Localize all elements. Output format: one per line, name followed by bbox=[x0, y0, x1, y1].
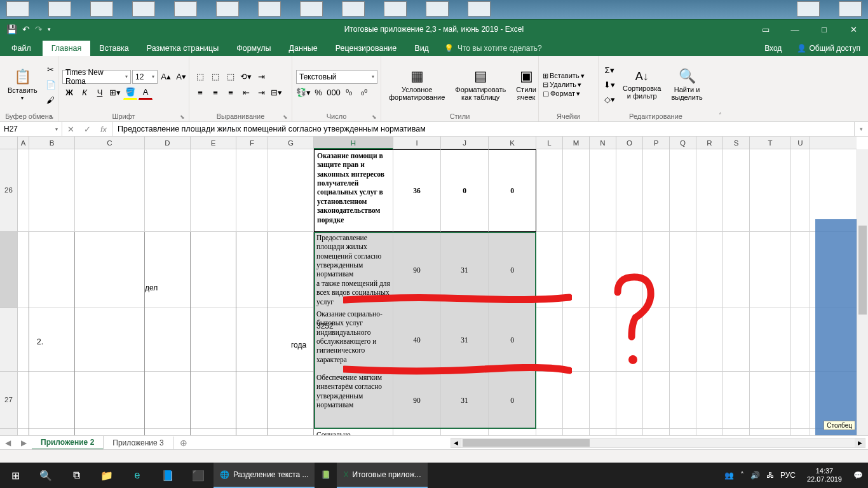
sheet-tab-2[interactable]: Приложение 3 bbox=[104, 437, 173, 449]
tray-chevron-icon[interactable]: ˄ bbox=[740, 471, 744, 480]
tab-file[interactable]: Файл bbox=[0, 41, 43, 56]
ribbon-display-options-icon[interactable]: ▭ bbox=[751, 20, 780, 39]
clock[interactable]: 14:3722.07.2019 bbox=[802, 467, 847, 484]
cell[interactable] bbox=[563, 149, 590, 232]
cell[interactable] bbox=[750, 372, 791, 429]
cell[interactable] bbox=[723, 372, 750, 429]
dialog-launcher-icon[interactable]: ⬊ bbox=[372, 114, 377, 120]
cell[interactable] bbox=[723, 232, 750, 308]
close-button[interactable]: ✕ bbox=[839, 20, 868, 39]
cell[interactable] bbox=[670, 429, 696, 435]
column-header[interactable]: I bbox=[393, 137, 441, 149]
cell[interactable] bbox=[696, 308, 723, 372]
cell[interactable]: 0 bbox=[441, 149, 489, 232]
column-header[interactable]: S bbox=[723, 137, 750, 149]
column-header[interactable]: Q bbox=[670, 137, 696, 149]
percent-button[interactable]: % bbox=[311, 86, 325, 100]
sign-in[interactable]: Вход bbox=[757, 41, 789, 56]
cell[interactable] bbox=[236, 232, 268, 308]
cell[interactable] bbox=[563, 308, 590, 372]
cell[interactable] bbox=[191, 429, 236, 435]
task-view-icon[interactable]: ⧉ bbox=[61, 463, 92, 488]
dialog-launcher-icon[interactable]: ⬊ bbox=[283, 114, 288, 120]
column-header[interactable]: T bbox=[750, 137, 791, 149]
align-bottom-icon[interactable]: ⬚ bbox=[224, 70, 238, 84]
taskbar-app-chrome[interactable]: 🌐Разделение текста ... bbox=[214, 463, 315, 488]
delete-cells-button[interactable]: ⊟ Удалить ▾ bbox=[543, 81, 585, 89]
cell[interactable] bbox=[563, 429, 590, 435]
cell[interactable] bbox=[670, 372, 696, 429]
cell[interactable] bbox=[563, 232, 590, 308]
underline-button[interactable]: Ч bbox=[93, 86, 107, 100]
cell[interactable] bbox=[696, 232, 723, 308]
column-header[interactable]: N bbox=[590, 137, 616, 149]
cell[interactable] bbox=[750, 429, 791, 435]
column-header[interactable]: U bbox=[791, 137, 810, 149]
decrease-font-icon[interactable]: A▾ bbox=[174, 70, 188, 84]
tab-data[interactable]: Данные bbox=[280, 41, 327, 56]
font-color-button[interactable]: A bbox=[139, 86, 153, 100]
app-icon[interactable]: ⬛ bbox=[183, 463, 214, 488]
cell[interactable] bbox=[643, 372, 670, 429]
autosum-button[interactable]: Σ▾ bbox=[602, 63, 616, 77]
column-header[interactable]: M bbox=[563, 137, 590, 149]
cell[interactable] bbox=[643, 429, 670, 435]
align-right-icon[interactable]: ≡ bbox=[224, 86, 238, 100]
cell[interactable]: 40 bbox=[393, 308, 441, 372]
cell[interactable] bbox=[791, 372, 810, 429]
row-header[interactable]: 26 bbox=[0, 149, 17, 232]
cell[interactable] bbox=[18, 232, 29, 308]
cell[interactable]: Обеспечение мягким инвентарём согласно у… bbox=[314, 372, 393, 429]
column-header[interactable]: F bbox=[236, 137, 268, 149]
copy-button[interactable]: 📄 bbox=[44, 78, 58, 92]
comma-button[interactable]: 000 bbox=[327, 86, 341, 100]
taskbar-app[interactable]: 📗 bbox=[315, 463, 337, 488]
cell[interactable] bbox=[236, 308, 268, 372]
column-header[interactable]: B bbox=[29, 137, 75, 149]
taskbar-app-excel[interactable]: XИтоговые прилож... bbox=[337, 463, 427, 488]
tab-home[interactable]: Главная bbox=[43, 41, 91, 56]
expand-formula-bar-icon[interactable]: ▾ bbox=[854, 122, 868, 136]
save-icon[interactable]: 💾 bbox=[6, 24, 17, 34]
cell[interactable] bbox=[670, 232, 696, 308]
cell[interactable]: Оказание помощи в защите прав и законных… bbox=[314, 149, 393, 232]
cell[interactable]: 90 bbox=[393, 372, 441, 429]
row-headers[interactable]: 2627 bbox=[0, 149, 18, 435]
column-headers[interactable]: ABCDEFGHIJKLMNOPQRSTU bbox=[18, 137, 857, 149]
format-cells-button[interactable]: ▢ Формат ▾ bbox=[543, 90, 585, 98]
tab-formulas[interactable]: Формулы bbox=[227, 41, 280, 56]
row-header[interactable]: 27 bbox=[0, 372, 17, 429]
cell[interactable] bbox=[18, 372, 29, 429]
cell[interactable] bbox=[750, 308, 791, 372]
font-name-combo[interactable]: Times New Roma▾ bbox=[62, 70, 131, 84]
cell[interactable] bbox=[590, 149, 616, 232]
column-header[interactable]: G bbox=[268, 137, 314, 149]
cell[interactable] bbox=[590, 372, 616, 429]
tab-page-layout[interactable]: Разметка страницы bbox=[138, 41, 227, 56]
cell[interactable] bbox=[75, 372, 145, 429]
cell[interactable] bbox=[268, 429, 314, 435]
search-icon[interactable]: 🔍 bbox=[31, 463, 61, 488]
align-top-icon[interactable]: ⬚ bbox=[193, 70, 207, 84]
format-as-table-button[interactable]: ▤Форматировать как таблицу bbox=[451, 67, 510, 102]
collapse-ribbon-icon[interactable]: ˄ bbox=[713, 56, 727, 122]
tell-me[interactable]: 💡Что вы хотите сделать? bbox=[438, 41, 548, 56]
cell[interactable] bbox=[18, 149, 29, 232]
new-sheet-button[interactable]: ⊕ bbox=[173, 438, 194, 448]
italic-button[interactable]: К bbox=[78, 86, 92, 100]
tab-insert[interactable]: Вставка bbox=[90, 41, 137, 56]
cell[interactable] bbox=[29, 429, 75, 435]
cell[interactable] bbox=[236, 372, 268, 429]
merge-center-button[interactable]: ⊟▾ bbox=[269, 86, 283, 100]
volume-icon[interactable]: 🔊 bbox=[750, 471, 760, 480]
cell[interactable] bbox=[696, 372, 723, 429]
share-button[interactable]: 👤Общий доступ bbox=[789, 41, 868, 56]
cell[interactable] bbox=[29, 308, 75, 372]
maximize-button[interactable]: □ bbox=[810, 20, 839, 39]
cell[interactable]: 0 bbox=[489, 308, 536, 372]
row-header[interactable] bbox=[0, 308, 17, 372]
cell[interactable] bbox=[191, 308, 236, 372]
cell[interactable] bbox=[393, 429, 441, 435]
worksheet-grid[interactable]: ABCDEFGHIJKLMNOPQRSTU 2627 Оказание помо… bbox=[0, 137, 868, 435]
cell[interactable] bbox=[75, 149, 145, 232]
